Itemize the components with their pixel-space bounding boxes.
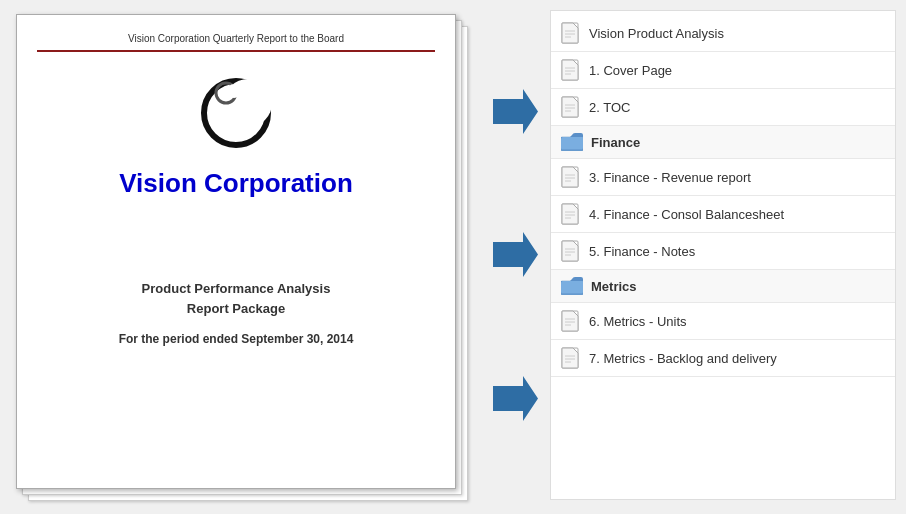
report-header: Vision Corporation Quarterly Report to t… — [128, 33, 344, 44]
svg-point-3 — [227, 84, 241, 98]
nav-item-metrics-units[interactable]: 6. Metrics - Units — [551, 303, 895, 340]
nav-item-finance-notes[interactable]: 5. Finance - Notes — [551, 233, 895, 270]
arrow-1 — [488, 84, 543, 139]
nav-item-label-finance-folder: Finance — [591, 135, 640, 150]
nav-item-label-metrics-units: 6. Metrics - Units — [589, 314, 687, 329]
product-title: Product Performance Analysis Report Pack… — [142, 279, 331, 318]
nav-item-label-finance-balance: 4. Finance - Consol Balancesheet — [589, 207, 784, 222]
svg-rect-34 — [561, 281, 583, 293]
doc-icon — [561, 166, 581, 188]
doc-icon — [561, 203, 581, 225]
period-text: For the period ended September 30, 2014 — [119, 332, 354, 346]
svg-marker-5 — [493, 232, 538, 277]
nav-item-label-cover-page: 1. Cover Page — [589, 63, 672, 78]
nav-item-finance-revenue[interactable]: 3. Finance - Revenue report — [551, 159, 895, 196]
nav-item-label-finance-notes: 5. Finance - Notes — [589, 244, 695, 259]
nav-list: Vision Product Analysis 1. Cover Page 2.… — [550, 10, 896, 500]
nav-item-metrics-backlog[interactable]: 7. Metrics - Backlog and delivery — [551, 340, 895, 377]
nav-item-label-toc: 2. TOC — [589, 100, 630, 115]
doc-icon — [561, 96, 581, 118]
document-stack: Vision Corporation Quarterly Report to t… — [10, 10, 480, 500]
doc-front: Vision Corporation Quarterly Report to t… — [16, 14, 456, 489]
arrow-2 — [488, 227, 543, 282]
arrow-3 — [488, 371, 543, 426]
doc-icon — [561, 310, 581, 332]
folder-icon — [561, 133, 583, 151]
arrows-container — [480, 10, 550, 500]
doc-icon — [561, 22, 581, 44]
nav-item-toc[interactable]: 2. TOC — [551, 89, 895, 126]
doc-icon — [561, 240, 581, 262]
nav-item-label-vision-product-analysis: Vision Product Analysis — [589, 26, 724, 41]
svg-marker-4 — [493, 89, 538, 134]
doc-top-line — [37, 50, 435, 52]
nav-item-label-metrics-backlog: 7. Metrics - Backlog and delivery — [589, 351, 777, 366]
logo-area — [191, 68, 281, 158]
nav-item-label-finance-revenue: 3. Finance - Revenue report — [589, 170, 751, 185]
doc-icon — [561, 59, 581, 81]
nav-item-cover-page[interactable]: 1. Cover Page — [551, 52, 895, 89]
company-name: Vision Corporation — [119, 168, 353, 199]
nav-item-vision-product-analysis[interactable]: Vision Product Analysis — [551, 15, 895, 52]
svg-marker-6 — [493, 376, 538, 421]
folder-icon — [561, 277, 583, 295]
nav-item-finance-folder[interactable]: Finance — [551, 126, 895, 159]
main-container: Vision Corporation Quarterly Report to t… — [0, 0, 906, 514]
nav-item-finance-balance[interactable]: 4. Finance - Consol Balancesheet — [551, 196, 895, 233]
nav-item-label-metrics-folder: Metrics — [591, 279, 637, 294]
doc-icon — [561, 347, 581, 369]
company-logo — [196, 73, 276, 153]
nav-item-metrics-folder[interactable]: Metrics — [551, 270, 895, 303]
svg-rect-20 — [561, 137, 583, 149]
